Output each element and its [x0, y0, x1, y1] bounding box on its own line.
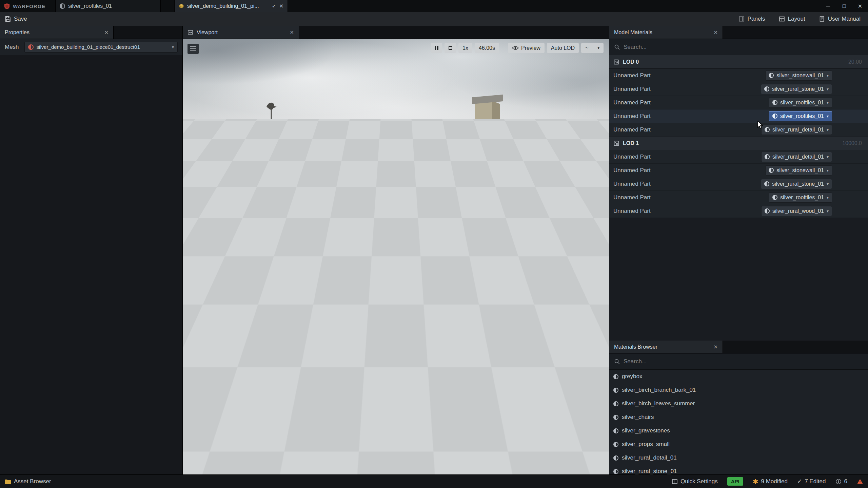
material-sphere-icon — [765, 154, 770, 159]
material-dropdown-selected[interactable]: silver_rooftiles_01 ▾ — [769, 111, 832, 121]
info-count: 6 — [844, 478, 847, 485]
model-part-row[interactable]: Unnamed Part silver_rural_wood_01 ▾ — [609, 204, 868, 218]
preview-toggle[interactable]: Preview — [508, 43, 545, 53]
search-input[interactable] — [624, 44, 863, 50]
material-dropdown[interactable]: silver_rural_detail_01 ▾ — [761, 152, 832, 162]
model-materials-tab-label: Model Materials — [614, 29, 652, 36]
model-materials-panel: Model Materials ✕ LOD 0 20.00 Unnamed Pa… — [609, 26, 868, 341]
material-list-item[interactable]: silver_rural_stone_01 — [609, 465, 868, 474]
material-list-item[interactable]: silver_props_small — [609, 438, 868, 451]
material-dropdown[interactable]: silver_rural_detail_01 ▾ — [761, 125, 832, 135]
viewport-canvas[interactable]: 1x 46.00s Preview Auto LOD ~ ▾ — [183, 39, 609, 474]
user-manual-button[interactable]: User Manual — [819, 16, 861, 22]
material-list-item[interactable]: silver_chairs — [609, 410, 868, 424]
panel-close-icon[interactable]: ✕ — [713, 344, 718, 350]
model-part-row[interactable]: Unnamed Part silver_rural_detail_01 ▾ — [609, 150, 868, 164]
model-part-row-selected[interactable]: Unnamed Part silver_rooftiles_01 ▾ — [609, 109, 868, 123]
part-name: Unnamed Part — [613, 154, 651, 160]
model-part-row[interactable]: Unnamed Part silver_rooftiles_01 ▾ — [609, 191, 868, 204]
material-list-item[interactable]: silver_birch_branch_bark_01 — [609, 383, 868, 397]
quick-settings-button[interactable]: Quick Settings — [672, 478, 718, 485]
lod-group-header[interactable]: LOD 1 10000.0 — [609, 137, 868, 150]
document-tab-rooftiles[interactable]: silver_rooftiles_01 — [55, 0, 161, 12]
tab-viewport[interactable]: Viewport ✕ — [183, 26, 299, 39]
material-list-item[interactable]: silver_rural_detail_01 — [609, 451, 868, 465]
close-button[interactable]: ✕ — [852, 0, 868, 12]
saved-check-icon: ✓ — [272, 3, 276, 9]
building-model[interactable] — [217, 95, 543, 336]
panels-button[interactable]: Panels — [738, 16, 765, 22]
warning-status[interactable] — [857, 479, 863, 484]
panel-close-icon[interactable]: ✕ — [290, 29, 294, 36]
part-name: Unnamed Part — [613, 99, 651, 106]
material-dropdown[interactable]: silver_rural_wood_01 ▾ — [761, 206, 832, 216]
material-sphere-icon — [769, 168, 774, 173]
model-cube-icon — [179, 3, 184, 9]
chevron-down-icon: ▾ — [827, 182, 829, 186]
tab-properties[interactable]: Properties ✕ — [0, 26, 114, 39]
save-button[interactable]: Save — [5, 16, 27, 22]
eye-icon — [512, 46, 519, 50]
material-list-item[interactable]: silver_birch_leaves_summer — [609, 397, 868, 410]
step-icon — [449, 46, 452, 50]
chevron-down-icon: ▾ — [827, 100, 829, 105]
asset-browser-button[interactable]: Asset Browser — [5, 478, 51, 485]
material-sphere-icon — [613, 428, 618, 433]
document-tab-building[interactable]: silver_demo_building_01_pi... ✓ ✕ — [174, 0, 288, 12]
material-dropdown[interactable]: silver_rooftiles_01 ▾ — [769, 98, 832, 108]
material-name: silver_birch_leaves_summer — [622, 400, 695, 407]
lod-group-header[interactable]: LOD 0 20.00 — [609, 55, 868, 69]
tab-close-icon[interactable]: ✕ — [279, 3, 283, 9]
playback-time[interactable]: 46.00s — [475, 43, 499, 53]
minimize-button[interactable]: ─ — [820, 0, 836, 12]
layout-button[interactable]: Layout — [779, 16, 805, 22]
panel-close-icon[interactable]: ✕ — [104, 29, 108, 36]
edited-status[interactable]: ✓ 7 Edited — [797, 478, 826, 485]
lod-distance-value: 10000.0 — [842, 140, 862, 146]
auto-lod-toggle[interactable]: Auto LOD — [547, 43, 579, 53]
material-dropdown[interactable]: silver_rural_stone_01 ▾ — [761, 179, 832, 189]
modified-status[interactable]: ✱ 9 Modified — [753, 478, 788, 485]
part-name: Unnamed Part — [613, 167, 651, 174]
chevron-down-icon: ▾ — [827, 114, 829, 119]
user-manual-icon — [819, 16, 825, 22]
model-part-row[interactable]: Unnamed Part silver_rural_stone_01 ▾ — [609, 177, 868, 191]
model-part-row[interactable]: Unnamed Part silver_rural_detail_01 ▾ — [609, 123, 868, 137]
material-name: greybox — [622, 373, 642, 380]
user-manual-label: User Manual — [828, 16, 861, 22]
step-button[interactable] — [445, 43, 456, 53]
material-dropdown[interactable]: silver_rural_stone_01 ▾ — [761, 84, 832, 94]
panel-close-icon[interactable]: ✕ — [713, 29, 718, 36]
maximize-button[interactable]: □ — [836, 0, 852, 12]
tab-model-materials[interactable]: Model Materials ✕ — [609, 26, 723, 39]
guide-dashed-line — [185, 137, 241, 154]
viewport-tab-icon — [188, 29, 193, 35]
chevron-down-icon: ▾ — [827, 155, 829, 159]
viewport-more-button[interactable]: ~ ▾ — [581, 43, 604, 53]
api-badge[interactable]: API — [727, 477, 743, 486]
materials-browser-tabstrip: Materials Browser ✕ — [609, 341, 868, 353]
material-name: silver_birch_branch_bark_01 — [622, 387, 696, 393]
playback-speed-button[interactable]: 1x — [458, 43, 472, 53]
info-status[interactable]: 6 — [835, 478, 847, 485]
model-part-row[interactable]: Unnamed Part silver_rural_stone_01 ▾ — [609, 82, 868, 96]
warforge-shield-icon — [4, 3, 10, 9]
model-part-row[interactable]: Unnamed Part silver_stonewall_01 ▾ — [609, 69, 868, 82]
viewport-menu-button[interactable] — [188, 44, 199, 54]
mesh-dropdown-value: silver_demo_building_01_piece01_destruct… — [37, 44, 169, 50]
preview-label: Preview — [521, 45, 540, 51]
model-part-row[interactable]: Unnamed Part silver_stonewall_01 ▾ — [609, 164, 868, 177]
material-dropdown[interactable]: silver_stonewall_01 ▾ — [765, 165, 832, 176]
pause-button[interactable] — [431, 43, 442, 53]
material-list-item[interactable]: silver_gravestones — [609, 424, 868, 438]
model-part-row[interactable]: Unnamed Part silver_rooftiles_01 ▾ — [609, 96, 868, 109]
search-input[interactable] — [624, 358, 863, 365]
mesh-dropdown[interactable]: silver_demo_building_01_piece01_destruct… — [24, 42, 178, 53]
tab-materials-browser[interactable]: Materials Browser ✕ — [609, 341, 723, 353]
chevron-down-icon: ▾ — [827, 73, 829, 78]
material-name: silver_gravestones — [622, 427, 670, 434]
material-list-item[interactable]: greybox — [609, 370, 868, 383]
material-dropdown[interactable]: silver_rooftiles_01 ▾ — [769, 192, 832, 203]
materials-browser-panel: Materials Browser ✕ greybox silver_birch… — [609, 341, 868, 474]
material-dropdown[interactable]: silver_stonewall_01 ▾ — [765, 70, 832, 81]
